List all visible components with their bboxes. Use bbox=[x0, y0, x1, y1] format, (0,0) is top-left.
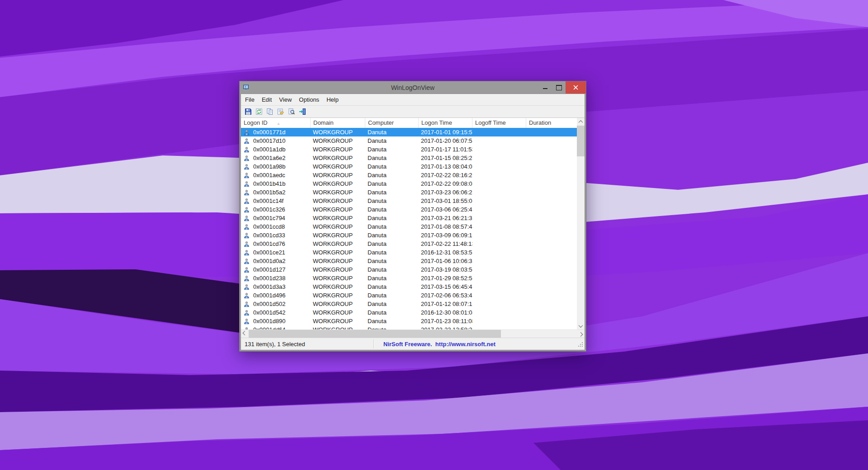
column-header-computer[interactable]: Computer bbox=[365, 118, 419, 128]
horizontal-scroll-thumb[interactable] bbox=[249, 330, 501, 338]
exit-icon bbox=[299, 108, 306, 115]
logon-time-cell: 2017-01-29 08:52:56 bbox=[419, 275, 472, 282]
logon-time-cell: 2017-02-22 08:16:29 bbox=[419, 172, 472, 179]
maximize-button[interactable] bbox=[552, 81, 566, 94]
table-row[interactable]: 0x0001d238WORKGROUPDanuta2017-01-29 08:5… bbox=[241, 274, 577, 282]
domain-cell: WORKGROUP bbox=[311, 180, 365, 187]
user-icon bbox=[241, 301, 252, 307]
table-row[interactable]: 0x0001d890WORKGROUPDanuta2017-01-23 08:1… bbox=[241, 317, 577, 325]
logon-id-cell: 0x0001cd33 bbox=[252, 232, 311, 239]
vertical-scroll-thumb[interactable] bbox=[577, 126, 585, 156]
horizontal-scrollbar[interactable] bbox=[241, 329, 585, 338]
user-icon bbox=[241, 129, 252, 136]
table-row[interactable]: 0x0001b41bWORKGROUPDanuta2017-02-22 09:0… bbox=[241, 179, 577, 188]
menu-options[interactable]: Options bbox=[295, 94, 323, 105]
resize-grip[interactable] bbox=[578, 342, 584, 349]
find-icon bbox=[288, 108, 295, 115]
save-button[interactable] bbox=[243, 106, 254, 117]
user-icon bbox=[241, 207, 252, 213]
sort-ascending-icon: ▵ bbox=[278, 121, 280, 126]
logon-time-cell: 2017-01-20 06:07:58 bbox=[419, 137, 472, 144]
chevron-down-icon bbox=[579, 323, 583, 328]
scroll-down-button[interactable] bbox=[577, 322, 585, 330]
properties-button[interactable] bbox=[275, 106, 286, 117]
close-button[interactable] bbox=[566, 81, 586, 94]
table-row[interactable]: 0x0001d3a3WORKGROUPDanuta2017-03-15 06:4… bbox=[241, 282, 577, 291]
logon-id-cell: 0x0001ccd8 bbox=[252, 223, 311, 230]
winlogonview-window: WinLogOnView File Edit View Options Help bbox=[239, 81, 586, 352]
status-item-count: 131 item(s), 1 Selected bbox=[245, 341, 305, 348]
minimize-button[interactable] bbox=[538, 81, 552, 94]
table-row[interactable]: 0x0001cd33WORKGROUPDanuta2017-03-09 06:0… bbox=[241, 231, 577, 240]
logon-id-cell: 0x0001a1db bbox=[252, 146, 311, 153]
domain-cell: WORKGROUP bbox=[311, 223, 365, 230]
vertical-scrollbar[interactable] bbox=[577, 118, 585, 330]
table-row[interactable]: 0x0001c794WORKGROUPDanuta2017-03-21 06:2… bbox=[241, 214, 577, 222]
domain-cell: WORKGROUP bbox=[311, 275, 365, 282]
nirsoft-link[interactable]: NirSoft Freeware. http://www.nirsoft.net bbox=[383, 341, 495, 348]
table-row[interactable]: 0x0001d496WORKGROUPDanuta2017-02-06 06:5… bbox=[241, 291, 577, 300]
scroll-up-button[interactable] bbox=[577, 118, 585, 126]
menu-view[interactable]: View bbox=[275, 94, 295, 105]
table-row[interactable]: 0x0001c326WORKGROUPDanuta2017-03-06 06:2… bbox=[241, 205, 577, 214]
column-header-logon-id[interactable]: Logon ID▵ bbox=[241, 118, 311, 128]
titlebar[interactable]: WinLogOnView bbox=[240, 81, 586, 94]
domain-cell: WORKGROUP bbox=[311, 146, 365, 153]
table-row[interactable]: 0x0001d542WORKGROUPDanuta2016-12-30 08:0… bbox=[241, 308, 577, 317]
logon-time-cell: 2017-02-22 09:08:05 bbox=[419, 180, 472, 187]
domain-cell: WORKGROUP bbox=[311, 189, 365, 196]
user-icon bbox=[241, 292, 252, 299]
table-row[interactable]: 0x0001ce21WORKGROUPDanuta2016-12-31 08:5… bbox=[241, 248, 577, 257]
desktop: WinLogOnView File Edit View Options Help bbox=[0, 0, 868, 470]
domain-cell: WORKGROUP bbox=[311, 215, 365, 221]
computer-cell: Danuta bbox=[365, 240, 419, 247]
domain-cell: WORKGROUP bbox=[311, 301, 365, 307]
logon-id-cell: 0x0001d127 bbox=[252, 266, 311, 273]
copy-button[interactable] bbox=[264, 106, 275, 117]
refresh-icon bbox=[255, 108, 263, 115]
table-row[interactable]: 0x0001cd76WORKGROUPDanuta2017-02-22 11:4… bbox=[241, 240, 577, 248]
table-row[interactable]: 0x00017d10WORKGROUPDanuta2017-01-20 06:0… bbox=[241, 136, 577, 145]
refresh-button[interactable] bbox=[254, 106, 264, 117]
find-button[interactable] bbox=[286, 106, 297, 117]
domain-cell: WORKGROUP bbox=[311, 283, 365, 290]
menu-help[interactable]: Help bbox=[323, 94, 342, 105]
computer-cell: Danuta bbox=[365, 309, 419, 316]
logon-id-cell: 0x0001b41b bbox=[252, 180, 311, 187]
logon-time-cell: 2017-01-17 11:01:53 bbox=[419, 146, 472, 153]
table-row[interactable]: 0x0001d0a2WORKGROUPDanuta2017-01-06 10:0… bbox=[241, 257, 577, 265]
column-header-domain[interactable]: Domain bbox=[311, 118, 365, 128]
column-header-logon-time[interactable]: Logon Time bbox=[419, 118, 472, 128]
column-header-logoff-time[interactable]: Logoff Time bbox=[472, 118, 526, 128]
table-row[interactable]: 0x0001a98bWORKGROUPDanuta2017-01-13 08:0… bbox=[241, 162, 577, 171]
computer-cell: Danuta bbox=[365, 258, 419, 264]
table-row[interactable]: 0x0001d127WORKGROUPDanuta2017-03-19 08:0… bbox=[241, 265, 577, 274]
column-header-duration[interactable]: Duration bbox=[526, 118, 577, 128]
domain-cell: WORKGROUP bbox=[311, 155, 365, 161]
computer-cell: Danuta bbox=[365, 301, 419, 307]
computer-cell: Danuta bbox=[365, 155, 419, 161]
computer-cell: Danuta bbox=[365, 146, 419, 153]
table-row[interactable]: 0x0001b5a2WORKGROUPDanuta2017-03-23 06:0… bbox=[241, 188, 577, 197]
logon-id-cell: 0x00017d10 bbox=[252, 137, 311, 144]
table-row[interactable]: 0x0001aedcWORKGROUPDanuta2017-02-22 08:1… bbox=[241, 171, 577, 179]
table-row[interactable]: 0x0001ccd8WORKGROUPDanuta2017-01-08 08:5… bbox=[241, 222, 577, 231]
user-icon bbox=[241, 318, 252, 324]
logon-id-cell: 0x0001771d bbox=[252, 129, 311, 136]
domain-cell: WORKGROUP bbox=[311, 129, 365, 136]
caption-buttons bbox=[538, 81, 586, 94]
table-row[interactable]: 0x0001a6e2WORKGROUPDanuta2017-01-15 08:2… bbox=[241, 154, 577, 162]
table-row[interactable]: 0x0001c14fWORKGROUPDanuta2017-03-01 18:5… bbox=[241, 197, 577, 205]
scroll-right-button[interactable] bbox=[577, 330, 585, 338]
user-icon bbox=[241, 241, 252, 247]
computer-cell: Danuta bbox=[365, 283, 419, 290]
menu-file[interactable]: File bbox=[241, 94, 258, 105]
table-row[interactable]: 0x0001771dWORKGROUPDanuta2017-01-01 09:1… bbox=[241, 128, 577, 136]
exit-button[interactable] bbox=[297, 106, 308, 117]
scroll-left-button[interactable] bbox=[241, 330, 249, 338]
list-header: Logon ID▵ Domain Computer Logon Time Log… bbox=[241, 118, 577, 128]
table-row[interactable]: 0x0001d502WORKGROUPDanuta2017-01-12 08:0… bbox=[241, 300, 577, 308]
domain-cell: WORKGROUP bbox=[311, 266, 365, 273]
menu-edit[interactable]: Edit bbox=[258, 94, 275, 105]
table-row[interactable]: 0x0001a1dbWORKGROUPDanuta2017-01-17 11:0… bbox=[241, 145, 577, 154]
